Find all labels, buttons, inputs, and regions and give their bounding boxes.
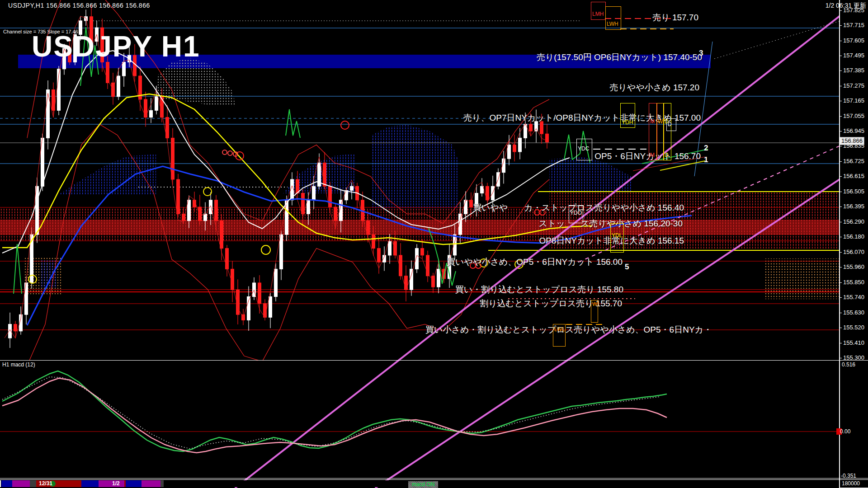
trend-line[interactable] <box>660 161 705 170</box>
candle-body <box>334 207 337 221</box>
axis-label: 157.715 <box>839 22 864 28</box>
candle-body <box>432 276 435 287</box>
candle-body <box>513 145 516 152</box>
timeline-segment[interactable] <box>81 480 99 487</box>
candle-body <box>350 186 354 190</box>
panel-divider[interactable] <box>0 360 868 361</box>
timeline-segment[interactable] <box>160 480 164 487</box>
panel-border-top <box>0 478 868 479</box>
annotation-text: 買い小さめ・割り込むとストップロス売りやや小さめ、OP5・6日NYカ・ <box>425 325 712 334</box>
annotation-1: 売り(157.50円 OP6日NYカット) 157.40-50 <box>537 52 702 63</box>
sequence-label: 5 <box>625 263 629 272</box>
sequence-label: 2 <box>704 144 708 153</box>
axis-label: 156.395 <box>839 203 864 210</box>
candle-body <box>274 269 278 296</box>
candle-body <box>198 207 202 221</box>
candle-body <box>188 200 191 221</box>
candle-body <box>280 235 283 269</box>
marker-label: W <box>592 301 597 307</box>
annotation-text: 売り(157.50円 OP6日NYカット) 157.40-50 <box>537 52 702 62</box>
macd-upper-value: 0.516 <box>842 361 855 368</box>
annotation-text: 買いやや小さめ、OP5・6日NYカット 156.00 <box>447 257 623 267</box>
marker-label: D <box>665 152 669 158</box>
ichimoku-cloud <box>59 154 156 195</box>
axis-label: 157.385 <box>839 67 864 74</box>
axis-label: 156.615 <box>839 173 864 179</box>
candle-body <box>464 200 467 214</box>
candle-body <box>329 186 332 207</box>
timeline-left-edge <box>0 480 1 487</box>
ichimoku-cloud <box>371 125 459 210</box>
marker-label: M <box>650 152 655 158</box>
signal-ring <box>341 121 349 129</box>
timeline-segment[interactable] <box>99 480 124 487</box>
annotation-text: 買いやや <box>473 203 508 212</box>
macd-toggle-button[interactable]: macd ON <box>408 481 438 488</box>
marker-label: YDC <box>578 145 589 152</box>
trading-chart-window: USDJPY,H1 156.866 156.866 156.866 156.86… <box>0 0 868 488</box>
annotation-text: OP5・6日NYカット 156.70 <box>594 151 701 161</box>
candle-body <box>437 269 440 287</box>
candle-body <box>312 186 316 200</box>
annotation-text: 買い・割り込むとストップロス売り 155.80 <box>455 285 623 294</box>
axis-label: 157.495 <box>839 52 864 59</box>
date-label: 12/31 <box>39 480 52 487</box>
sequence-label: 1 <box>704 155 708 164</box>
annotation-8: 買いやや小さめ、OP5・6日NYカット 156.00 <box>447 256 623 268</box>
marker-label: LMH <box>592 11 604 17</box>
candle-body <box>307 200 310 214</box>
volume-value: 180000 <box>840 479 868 488</box>
candle-body <box>177 179 180 214</box>
timeline-segment[interactable] <box>142 480 160 487</box>
sequence-label: 3 <box>699 49 703 58</box>
marker-label: YDO <box>570 210 582 216</box>
candle-body <box>258 283 261 304</box>
macd-zero-value: 0.00 <box>840 428 850 435</box>
marker-label: YDL <box>612 232 622 239</box>
marker-label: W <box>658 118 663 125</box>
candle-body <box>226 249 229 269</box>
axis-label: 157.825 <box>839 7 864 14</box>
candle-body <box>529 124 533 131</box>
annotation-text: 売りやや小さめ 157.20 <box>609 83 699 92</box>
timeline-segment[interactable] <box>126 480 142 487</box>
candle-body <box>491 186 495 200</box>
timeline-segment[interactable] <box>12 480 30 487</box>
candle-body <box>388 241 392 255</box>
axis-label: 155.520 <box>839 324 864 331</box>
candle-body <box>372 235 375 249</box>
symbol-ohlc-title: USDJPY,H1 156.866 156.866 156.866 156.86… <box>8 2 150 9</box>
watermark: USDJPY H1 <box>32 30 200 63</box>
candle-body <box>36 186 39 235</box>
panel-border-bottom <box>0 479 868 480</box>
candle-body <box>171 138 175 179</box>
axis-label: 157.055 <box>839 113 864 119</box>
axis-label: 155.960 <box>839 263 864 270</box>
annotation-text: ス売りや小さめ 156.20-30 <box>580 219 683 228</box>
annotation-text: ストッ <box>539 219 565 228</box>
signal-ring <box>228 151 232 155</box>
ichimoku-cloud <box>41 260 58 288</box>
timeline-segment[interactable] <box>1 480 12 487</box>
marker-label: D <box>668 121 672 127</box>
candle-body <box>220 221 223 249</box>
macd-indicator-label: H1 macd (12) <box>2 361 35 368</box>
marker-label: LWH <box>607 21 618 27</box>
timeline-segment[interactable] <box>30 480 36 487</box>
candle-body <box>117 76 120 97</box>
axis-label: 156.290 <box>839 218 864 225</box>
signal-ring <box>261 245 270 254</box>
axis-label: 156.505 <box>839 188 864 195</box>
axis-label: 155.410 <box>839 339 864 346</box>
candle-body <box>519 138 522 152</box>
chart-canvas[interactable] <box>0 0 868 488</box>
candle-body <box>215 200 218 221</box>
candle-body <box>209 200 212 214</box>
date-label: 1/2 <box>112 480 120 487</box>
annotation-9: 買い・割り込むとストップロス売り 155.80 <box>455 284 623 296</box>
macd-signal-line <box>2 378 667 453</box>
annotation-2: 売りやや小さめ 157.20 <box>609 82 699 94</box>
candle-body <box>150 110 153 117</box>
marker-label: LWL <box>554 326 565 333</box>
annotation-4: OP5・6日NYカット 156.70 <box>594 150 701 162</box>
